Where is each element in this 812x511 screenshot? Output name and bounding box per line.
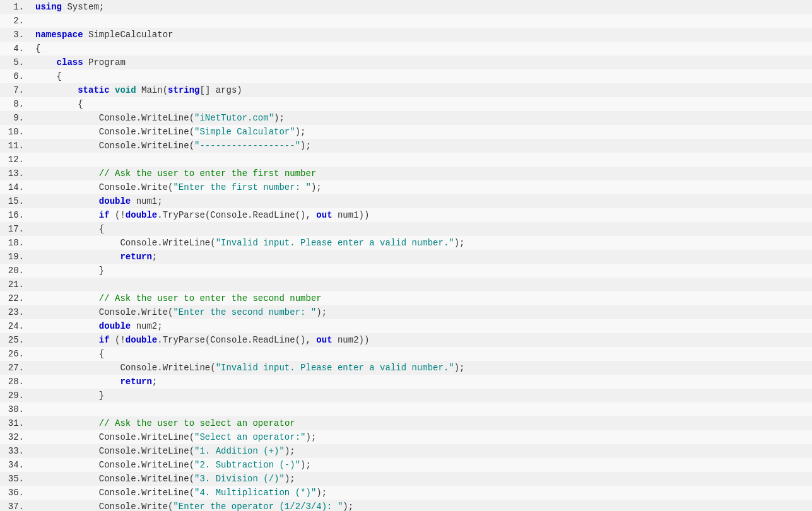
line-content [30, 402, 812, 416]
token: num1)) [332, 210, 370, 220]
line-content: // Ask the user to enter the second numb… [30, 291, 812, 305]
token [35, 321, 99, 331]
token: "1. Addition (+)" [194, 446, 285, 456]
token: Console.WriteLine( [35, 432, 194, 442]
token: double [126, 210, 157, 220]
token: Console.WriteLine( [35, 113, 194, 123]
token: num1; [131, 196, 162, 206]
code-line: 4.{ [0, 42, 812, 56]
token: ; [152, 252, 157, 262]
line-content: if (!double.TryParse(Console.ReadLine(),… [30, 208, 812, 222]
token: Console.WriteLine( [35, 474, 194, 484]
code-line: 9. Console.WriteLine("iNetTutor.com"); [0, 111, 812, 125]
token [35, 377, 120, 387]
token [35, 196, 99, 206]
code-line: 18. Console.WriteLine("Invalid input. Pl… [0, 236, 812, 250]
token: ); [454, 363, 465, 373]
line-content: Console.WriteLine("Invalid input. Please… [30, 361, 812, 375]
line-number: 8. [0, 97, 30, 111]
line-content: Console.Write("Enter the operator (1/2/3… [30, 500, 812, 511]
code-line: 3.namespace SimpleCalculator [0, 28, 812, 42]
code-line: 25. if (!double.TryParse(Console.ReadLin… [0, 333, 812, 347]
token: num2)) [332, 335, 370, 345]
token: Program [83, 57, 126, 68]
line-content: { [30, 69, 812, 83]
line-content [30, 278, 812, 291]
token: using [35, 2, 62, 12]
token: double [99, 196, 131, 206]
token: ); [295, 127, 306, 137]
code-editor: 1.using System;2. 3.namespace SimpleCalc… [0, 0, 812, 511]
code-line: 10. Console.WriteLine("Simple Calculator… [0, 125, 812, 139]
token: Console.WriteLine( [35, 238, 216, 248]
token: "Invalid input. Please enter a valid num… [216, 363, 454, 373]
line-number: 10. [0, 125, 30, 139]
token: { [35, 224, 104, 234]
line-content: Console.WriteLine("1. Addition (+)"); [30, 444, 812, 458]
line-content: if (!double.TryParse(Console.ReadLine(),… [30, 333, 812, 347]
token: SimpleCalculator [83, 30, 174, 40]
token: // Ask the user to select an operator [99, 418, 295, 428]
code-line: 13. // Ask the user to enter the first n… [0, 167, 812, 180]
line-number: 17. [0, 222, 30, 236]
code-line: 22. // Ask the user to enter the second … [0, 291, 812, 305]
token: "Invalid input. Please enter a valid num… [216, 238, 454, 248]
token [35, 293, 99, 303]
token: ); [285, 474, 295, 484]
token: { [35, 44, 40, 54]
line-number: 13. [0, 167, 30, 180]
token: ); [316, 488, 327, 498]
line-content: namespace SimpleCalculator [30, 28, 812, 42]
code-line: 27. Console.WriteLine("Invalid input. Pl… [0, 361, 812, 375]
code-line: 37. Console.Write("Enter the operator (1… [0, 500, 812, 511]
token [35, 335, 99, 345]
token [35, 57, 57, 68]
token: "iNetTutor.com" [194, 113, 274, 123]
line-content: } [30, 389, 812, 402]
line-content: class Program [30, 56, 812, 69]
line-number: 37. [0, 500, 30, 511]
line-content: double num2; [30, 319, 812, 333]
token: // Ask the user to enter the first numbe… [99, 168, 316, 179]
token: Main( [136, 85, 168, 95]
token: { [35, 99, 83, 109]
code-line: 29. } [0, 389, 812, 402]
token: Console.WriteLine( [35, 460, 194, 470]
token [110, 85, 115, 95]
token: "4. Multiplication (*)" [194, 488, 316, 498]
line-number: 11. [0, 139, 30, 153]
code-line: 6. { [0, 69, 812, 83]
code-line: 7. static void Main(string[] args) [0, 83, 812, 97]
line-number: 35. [0, 472, 30, 486]
token: num2; [131, 321, 162, 331]
code-line: 16. if (!double.TryParse(Console.ReadLin… [0, 208, 812, 222]
line-number: 5. [0, 56, 30, 69]
token: "Enter the first number: " [173, 182, 310, 192]
token: Console.Write( [35, 307, 173, 317]
line-number: 12. [0, 153, 30, 167]
line-number: 15. [0, 194, 30, 208]
line-number: 24. [0, 319, 30, 333]
line-content: return; [30, 375, 812, 389]
token: "Enter the operator (1/2/3/4): " [173, 502, 343, 511]
token: namespace [35, 30, 83, 40]
token: Console.Write( [35, 502, 173, 511]
token: ); [316, 307, 327, 317]
line-number: 20. [0, 264, 30, 278]
token: Console.Write( [35, 182, 173, 192]
line-content [30, 153, 812, 167]
code-line: 36. Console.WriteLine("4. Multiplication… [0, 486, 812, 500]
line-number: 7. [0, 83, 30, 97]
token: { [35, 349, 104, 359]
code-line: 31. // Ask the user to select an operato… [0, 416, 812, 430]
code-line: 34. Console.WriteLine("2. Subtraction (-… [0, 458, 812, 472]
code-line: 24. double num2; [0, 319, 812, 333]
line-content: using System; [30, 0, 812, 14]
code-line: 26. { [0, 347, 812, 361]
code-line: 35. Console.WriteLine("3. Division (/)")… [0, 472, 812, 486]
token: ); [300, 460, 311, 470]
line-content: Console.WriteLine("Select an operator:")… [30, 430, 812, 444]
token: { [35, 71, 62, 81]
line-content: Console.WriteLine("3. Division (/)"); [30, 472, 812, 486]
line-content: Console.WriteLine("Invalid input. Please… [30, 236, 812, 250]
